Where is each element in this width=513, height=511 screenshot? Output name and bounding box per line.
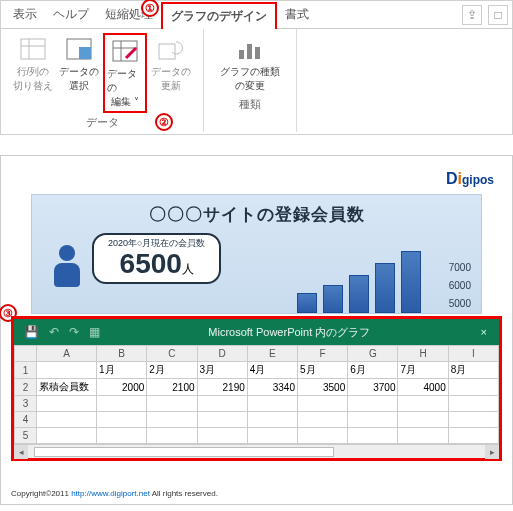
table-row[interactable]: 3 <box>15 396 499 412</box>
embedded-excel-window[interactable]: 💾↶↷▦ Microsoft PowerPoint 内のグラフ × ABCDEF… <box>11 316 502 461</box>
switch-row-col-button: 行/列の切り替え <box>11 33 55 113</box>
group-label-data: データ <box>86 115 119 130</box>
svg-rect-4 <box>79 47 91 59</box>
tab-view[interactable]: 表示 <box>5 2 45 27</box>
callout: 2020年○月現在の会員数 6500人 <box>92 233 221 284</box>
excel-qat: 💾↶↷▦ <box>14 325 110 339</box>
col-headers: ABCDEFGHI <box>15 346 499 362</box>
ribbon-tabs: 表示 ヘルプ 短縮処理 グラフのデザイン 書式 ⇪ □ <box>1 1 512 29</box>
table-row[interactable]: 5 <box>15 428 499 444</box>
group-type: グラフの種類の変更 種類 <box>204 29 297 132</box>
change-chart-type-button[interactable]: グラフの種類の変更 <box>214 33 286 95</box>
select-data-button[interactable]: データの選択 <box>57 33 101 113</box>
excel-title: Microsoft PowerPoint 内のグラフ <box>110 325 469 340</box>
excel-close-button[interactable]: × <box>469 326 499 338</box>
tab-format[interactable]: 書式 <box>277 2 317 27</box>
digipos-logo: Digipos <box>446 170 494 188</box>
svg-line-8 <box>126 48 136 58</box>
save-icon[interactable]: 💾 <box>24 325 39 339</box>
svg-rect-12 <box>255 47 260 59</box>
chart-type-icon <box>236 35 264 63</box>
select-data-icon <box>65 35 93 63</box>
group-label-type: 種類 <box>239 97 261 112</box>
copyright: Copyright©2011 http://www.digiport.net A… <box>11 489 218 498</box>
switch-icon <box>19 35 47 63</box>
refresh-icon <box>157 35 185 63</box>
edit-data-button[interactable]: データの編集 ˅ <box>103 33 147 113</box>
table-row[interactable]: 4 <box>15 412 499 428</box>
excel-sheet[interactable]: ABCDEFGHI 11月2月3月4月5月6月7月8月 2累積会員数200021… <box>14 345 499 444</box>
svg-rect-10 <box>239 50 244 59</box>
refresh-data-button: データの更新 <box>149 33 193 113</box>
tab-chart-design[interactable]: グラフのデザイン <box>161 2 277 29</box>
excel-h-scrollbar[interactable]: ◂▸ <box>14 444 499 458</box>
table-row[interactable]: 2累積会員数2000210021903340350037004000 <box>15 379 499 396</box>
tab-help[interactable]: ヘルプ <box>45 2 97 27</box>
svg-rect-9 <box>159 44 175 59</box>
person-icon <box>52 245 82 289</box>
redo-icon[interactable]: ↷ <box>69 325 79 339</box>
chart-bars <box>297 251 421 313</box>
comment-button[interactable]: □ <box>488 5 508 25</box>
table-row[interactable]: 11月2月3月4月5月6月7月8月 <box>15 362 499 379</box>
slide-canvas: Digipos 〇〇〇サイトの登録会員数 2020年○月現在の会員数 6500人… <box>0 155 513 505</box>
svg-rect-0 <box>21 39 45 59</box>
copyright-link[interactable]: http://www.digiport.net <box>71 489 150 498</box>
y-axis-labels: 700060005000 <box>449 259 471 313</box>
share-button[interactable]: ⇪ <box>462 5 482 25</box>
chart-title: 〇〇〇サイトの登録会員数 <box>42 203 471 226</box>
grid-icon[interactable]: ▦ <box>89 325 100 339</box>
group-data: 行/列の切り替え データの選択 データの編集 ˅ データの更新 データ <box>1 29 204 132</box>
excel-titlebar: 💾↶↷▦ Microsoft PowerPoint 内のグラフ × <box>14 319 499 345</box>
chart-object[interactable]: 〇〇〇サイトの登録会員数 2020年○月現在の会員数 6500人 7000600… <box>31 194 482 314</box>
marker-2: ② <box>155 113 173 131</box>
svg-rect-11 <box>247 44 252 59</box>
edit-data-icon <box>111 37 139 65</box>
undo-icon[interactable]: ↶ <box>49 325 59 339</box>
